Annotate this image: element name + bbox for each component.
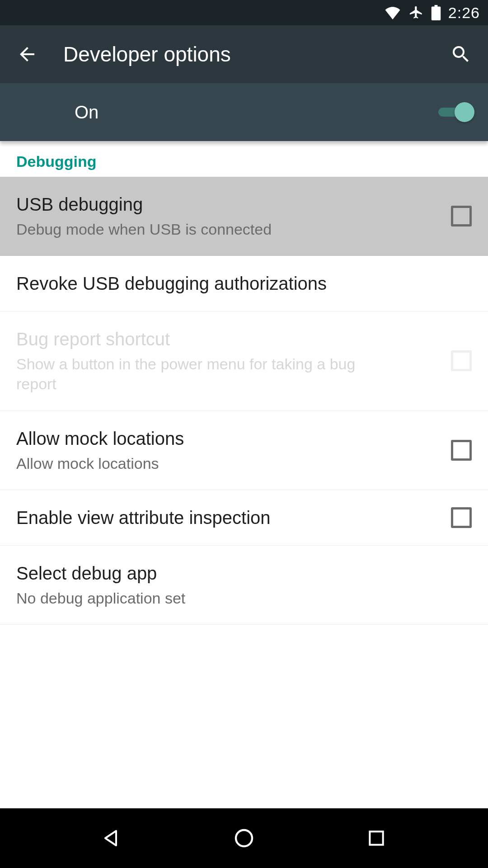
setting-title: Select debug app — [16, 562, 458, 585]
airplane-icon — [408, 5, 424, 20]
setting-subtitle: Show a button in the power menu for taki… — [16, 354, 369, 394]
page-title: Developer options — [63, 42, 447, 66]
setting-title: Bug report shortcut — [16, 328, 437, 350]
setting-title: Allow mock locations — [16, 427, 437, 450]
settings-list: USB debugging Debug mode when USB is con… — [0, 177, 488, 625]
setting-title: Enable view attribute inspection — [16, 506, 437, 529]
setting-usb-debugging[interactable]: USB debugging Debug mode when USB is con… — [0, 177, 488, 256]
setting-subtitle: No debug application set — [16, 588, 369, 608]
setting-bug-report-shortcut: Bug report shortcut Show a button in the… — [0, 311, 488, 410]
master-toggle-label: On — [75, 102, 438, 123]
svg-rect-1 — [370, 831, 383, 844]
setting-title: USB debugging — [16, 193, 437, 216]
search-button[interactable] — [447, 41, 474, 68]
nav-back-button[interactable] — [96, 822, 127, 854]
checkbox-view-attribute-inspection[interactable] — [451, 507, 472, 528]
checkbox-usb-debugging[interactable] — [451, 206, 472, 226]
setting-revoke-usb-auth[interactable]: Revoke USB debugging authorizations — [0, 256, 488, 311]
master-toggle-row[interactable]: On — [0, 83, 488, 141]
app-bar: Developer options — [0, 25, 488, 83]
back-button[interactable] — [14, 41, 41, 68]
wifi-icon — [384, 6, 401, 19]
setting-subtitle: Allow mock locations — [16, 453, 369, 473]
checkbox-mock-locations[interactable] — [451, 440, 472, 461]
checkbox-bug-report-shortcut — [451, 350, 472, 371]
svg-point-0 — [236, 830, 252, 846]
master-toggle-switch[interactable] — [438, 102, 474, 122]
setting-allow-mock-locations[interactable]: Allow mock locations Allow mock location… — [0, 411, 488, 490]
status-bar: 2:26 — [0, 0, 488, 25]
setting-select-debug-app[interactable]: Select debug app No debug application se… — [0, 546, 488, 625]
nav-recent-button[interactable] — [361, 822, 392, 854]
setting-title: Revoke USB debugging authorizations — [16, 272, 458, 295]
section-header-debugging: Debugging — [0, 141, 488, 177]
nav-home-button[interactable] — [228, 822, 260, 854]
setting-view-attribute-inspection[interactable]: Enable view attribute inspection — [0, 490, 488, 546]
navigation-bar — [0, 808, 488, 868]
setting-subtitle: Debug mode when USB is connected — [16, 219, 369, 239]
battery-icon — [431, 5, 441, 20]
status-time: 2:26 — [448, 4, 480, 22]
